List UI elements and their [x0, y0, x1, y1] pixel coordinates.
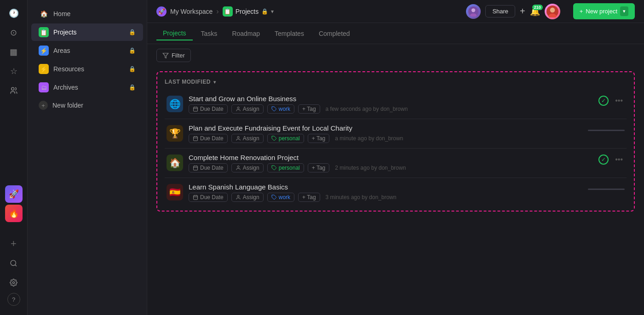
svg-point-21 — [237, 137, 239, 138]
due-date-btn-3[interactable]: Due Date — [189, 163, 228, 172]
clock-icon[interactable]: 🕐 — [5, 5, 23, 22]
project-time-4: 3 minutes ago by don_brown — [326, 194, 397, 200]
workspace-breadcrumb[interactable]: 🚀 My Workspace — [156, 6, 213, 17]
divider-2 — [165, 148, 627, 149]
new-folder-item[interactable]: + New folder — [31, 97, 143, 114]
user-meta-icon-2 — [236, 136, 241, 141]
new-project-button[interactable]: + New project ▾ — [573, 3, 635, 19]
assign-btn-3[interactable]: Assign — [231, 163, 264, 172]
sidebar-item-archives[interactable]: 🗂 Archives 🔒 — [31, 79, 143, 96]
lock-icon: 🔒 — [261, 8, 268, 15]
user-avatar-small[interactable] — [466, 4, 481, 19]
projects-area: LAST MODIFIED ▾ 🌐 Start and Grow an Onli… — [147, 67, 644, 315]
project-row[interactable]: 🌐 Start and Grow an Online Business Due … — [159, 90, 632, 118]
tag-3[interactable]: personal — [267, 163, 304, 172]
share-button[interactable]: Share — [485, 5, 515, 17]
assign-btn-2[interactable]: Assign — [231, 134, 264, 143]
sidebar-item-projects[interactable]: 📋 Projects 🔒 — [31, 23, 143, 41]
project-breadcrumb[interactable]: 📋 Projects 🔒 ▾ — [223, 6, 274, 17]
star-icon[interactable]: ☆ — [5, 63, 23, 80]
project-meta-4: Due Date Assign work + Tag — [189, 193, 582, 202]
project-row-2[interactable]: 🏆 Plan and Execute Fundraising Event for… — [159, 120, 632, 148]
due-date-label-3: Due Date — [200, 165, 224, 171]
tag-2[interactable]: personal — [267, 134, 304, 143]
row-actions-4 — [588, 183, 625, 190]
tab-tasks[interactable]: Tasks — [195, 27, 224, 40]
calendar-icon[interactable]: ▦ — [5, 43, 23, 61]
search-icon[interactable] — [5, 254, 23, 272]
add-tag-label-2: + Tag — [312, 135, 325, 142]
calendar-meta-icon — [193, 106, 198, 112]
tab-templates[interactable]: Templates — [268, 27, 310, 40]
add-tag-btn-2[interactable]: + Tag — [308, 134, 329, 143]
icon-sidebar: 🕐 ⊙ ▦ ☆ 🚀 🔥 + ? — [0, 0, 28, 315]
project-row-4[interactable]: 🇪🇸 Learn Spanish Language Basics Due Dat… — [159, 178, 632, 206]
add-workspace-icon[interactable]: + — [5, 235, 23, 252]
user-avatar[interactable] — [545, 4, 560, 19]
project-name: Projects — [236, 8, 259, 15]
svg-point-33 — [237, 195, 239, 197]
due-date-btn-1[interactable]: Due Date — [189, 104, 228, 114]
workspace-name: My Workspace — [170, 8, 213, 15]
resources-lock-icon: 🔒 — [129, 66, 136, 72]
svg-point-1 — [11, 260, 16, 265]
notification-button[interactable]: 🔔 210 — [530, 6, 540, 17]
assign-btn-1[interactable]: Assign — [231, 104, 264, 114]
tag-icon-2 — [271, 136, 277, 141]
row-actions-2 — [588, 124, 625, 131]
more-menu-btn-3[interactable]: ••• — [613, 154, 625, 166]
users-icon[interactable] — [5, 82, 23, 99]
tag-label-3: personal — [279, 165, 300, 171]
add-tag-btn-4[interactable]: + Tag — [298, 193, 320, 202]
workspace-icon: 🚀 — [156, 6, 167, 17]
sidebar-label-home: Home — [53, 10, 136, 17]
svg-point-3 — [12, 281, 14, 283]
tab-roadmap[interactable]: Roadmap — [225, 27, 266, 40]
sort-chevron-icon: ▾ — [213, 80, 216, 85]
activity-icon[interactable]: ⊙ — [5, 24, 23, 41]
user-meta-icon-4 — [236, 195, 241, 200]
tab-projects[interactable]: Projects — [156, 27, 193, 40]
add-tag-btn-1[interactable]: + Tag — [298, 104, 320, 114]
rocket-icon[interactable]: 🚀 — [5, 185, 23, 203]
add-tag-label-1: + Tag — [302, 106, 316, 112]
areas-lock-icon: 🔒 — [129, 47, 136, 54]
project-info-3: Complete Home Renovation Project Due Dat… — [189, 154, 593, 172]
project-title-2: Plan and Execute Fundraising Event for L… — [189, 124, 582, 132]
due-date-label-4: Due Date — [200, 194, 224, 200]
selection-box: LAST MODIFIED ▾ 🌐 Start and Grow an Onli… — [156, 71, 635, 212]
add-tag-btn-3[interactable]: + Tag — [308, 163, 329, 172]
tag-label-2: personal — [279, 135, 300, 142]
sidebar-label-resources: Resources — [53, 65, 124, 73]
assign-btn-4[interactable]: Assign — [231, 193, 264, 202]
project-emoji-1: 🌐 — [167, 96, 183, 112]
due-date-btn-2[interactable]: Due Date — [189, 134, 228, 143]
due-date-btn-4[interactable]: Due Date — [189, 193, 228, 202]
tag-4[interactable]: work — [267, 193, 294, 202]
sort-header[interactable]: LAST MODIFIED ▾ — [157, 76, 634, 90]
projects-icon: 📋 — [39, 27, 49, 37]
chevron-down-icon: ▾ — [271, 8, 274, 15]
add-button[interactable]: + — [520, 6, 525, 17]
sidebar-label-projects: Projects — [53, 29, 124, 36]
sidebar-item-home[interactable]: 🏠 Home — [31, 5, 143, 23]
sidebar-item-areas[interactable]: ⚡ Areas 🔒 — [31, 42, 143, 59]
settings-icon[interactable] — [5, 274, 23, 291]
row-actions-3: ✓ ••• — [598, 154, 625, 166]
check-button-1[interactable]: ✓ — [598, 96, 609, 106]
tag-1[interactable]: work — [267, 104, 294, 114]
project-row-3[interactable]: 🏠 Complete Home Renovation Project Due D… — [159, 149, 632, 177]
project-meta-2: Due Date Assign personal + Tag — [189, 134, 582, 143]
filter-button[interactable]: Filter — [156, 49, 191, 62]
fire-icon[interactable]: 🔥 — [5, 205, 23, 222]
divider-1 — [165, 119, 627, 119]
help-icon[interactable]: ? — [7, 293, 20, 306]
svg-marker-10 — [163, 53, 168, 58]
calendar-meta-icon-3 — [193, 165, 198, 171]
sidebar-item-resources[interactable]: ⚡ Resources 🔒 — [31, 60, 143, 78]
svg-rect-29 — [194, 195, 198, 200]
more-menu-btn-1[interactable]: ••• — [613, 95, 625, 107]
project-title-1: Start and Grow an Online Business — [189, 95, 593, 103]
tab-completed[interactable]: Completed — [312, 27, 356, 40]
check-button-3[interactable]: ✓ — [598, 155, 609, 165]
